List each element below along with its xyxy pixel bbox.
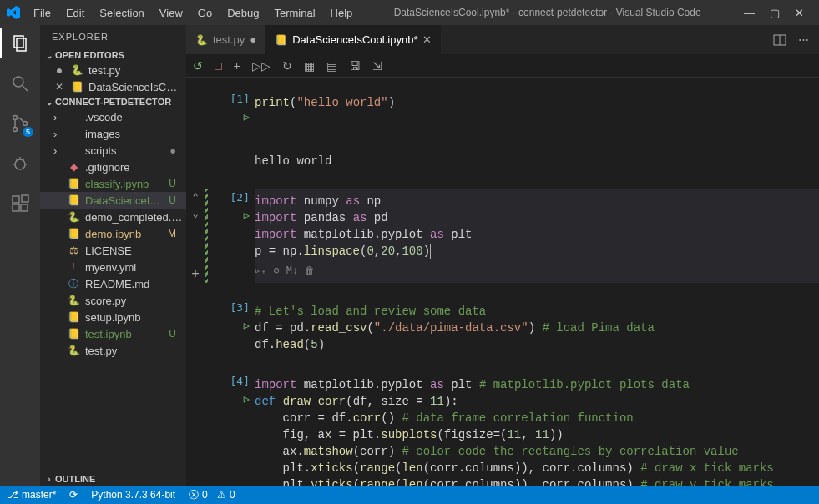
code-line: df.head(5): [255, 336, 819, 353]
nb-file-icon: 📒: [67, 310, 80, 324]
scm-badge: 5: [23, 127, 33, 137]
file-tree-item[interactable]: ›images: [40, 125, 186, 142]
file-tree-item[interactable]: 🐍test.py: [40, 342, 186, 359]
notebook-body[interactable]: [1]▷print("hello world")hello world⌃⌄+[2…: [186, 78, 819, 486]
file-tree-item[interactable]: 🐍score.py: [40, 292, 186, 309]
file-label: DataScienceIsCoo...: [88, 81, 183, 93]
cell-tool-icon[interactable]: ⊘: [273, 263, 279, 280]
branch-status[interactable]: ⎇master*: [0, 489, 63, 501]
cell-body[interactable]: import matplotlib.pyplot as plt # matplo…: [255, 373, 819, 486]
notebook-cell[interactable]: [1]▷print("hello world"): [186, 88, 819, 129]
file-tree-item[interactable]: ⓘREADME.md: [40, 275, 186, 292]
split-editor-icon[interactable]: [773, 33, 786, 47]
file-label: test.py: [88, 64, 183, 77]
debug-icon[interactable]: [8, 152, 32, 175]
file-label: demo_completed.py: [85, 211, 183, 224]
export-icon[interactable]: ⇲: [372, 59, 382, 73]
menu-edit[interactable]: Edit: [59, 3, 91, 23]
run-cell-icon[interactable]: ▷: [244, 109, 250, 126]
open-editors-label: OPEN EDITORS: [55, 50, 124, 60]
open-editor-item[interactable]: ●🐍test.py: [40, 62, 186, 78]
notebook-cell[interactable]: [3]▷# Let's load and review some datadf …: [186, 296, 819, 360]
cell-body[interactable]: import numpy as npimport pandas as pdimp…: [255, 189, 819, 283]
code-line: # Let's load and review some data: [255, 303, 819, 320]
open-editor-item[interactable]: ✕📒DataScienceIsCoo...: [40, 78, 186, 95]
extensions-icon[interactable]: [8, 192, 32, 215]
file-tree-item[interactable]: ›scripts●: [40, 142, 186, 159]
add-cell-icon[interactable]: +: [233, 59, 240, 73]
cell-tool-icon[interactable]: ▹₊: [255, 263, 266, 280]
cell-body[interactable]: # Let's load and review some datadf = pd…: [255, 300, 819, 356]
menu-help[interactable]: Help: [324, 3, 360, 23]
open-editors-header[interactable]: ⌄OPEN EDITORS: [40, 48, 186, 62]
menu-terminal[interactable]: Terminal: [267, 3, 321, 23]
tab-close-icon[interactable]: ✕: [422, 33, 432, 46]
file-tree-item[interactable]: 📒demo.ipynbM: [40, 225, 186, 242]
code-line: import numpy as np: [255, 193, 819, 209]
menu-go[interactable]: Go: [191, 3, 219, 23]
file-tree-item[interactable]: 📒setup.ipynb: [40, 309, 186, 325]
restart-icon[interactable]: ↻: [282, 59, 292, 73]
run-cell-icon[interactable]: ▷: [244, 208, 250, 224]
run-cell-icon[interactable]: ▷: [244, 391, 250, 408]
grid-icon[interactable]: ▤: [326, 59, 337, 73]
editor-tab[interactable]: 🐍test.py: [186, 25, 265, 54]
dirty-dot-icon[interactable]: ●: [53, 63, 65, 77]
python-status[interactable]: Python 3.7.3 64-bit: [84, 489, 182, 501]
file-label: classify.ipynb: [85, 178, 164, 190]
undo-icon[interactable]: ↺: [193, 59, 203, 73]
maximize-icon[interactable]: ▢: [770, 7, 780, 19]
close-icon[interactable]: ✕: [795, 7, 804, 19]
file-tree-item[interactable]: ›.vscode: [40, 108, 186, 125]
file-tree-item[interactable]: ◆.gitignore: [40, 159, 186, 175]
stop-icon[interactable]: □: [215, 59, 221, 73]
file-tree-item[interactable]: 📒test.ipynbU: [40, 325, 186, 342]
file-tree-item[interactable]: 🐍demo_completed.py: [40, 209, 186, 225]
menu-selection[interactable]: Selection: [93, 3, 150, 23]
file-label: README.md: [85, 278, 183, 290]
svg-rect-1: [17, 38, 26, 51]
minimize-icon[interactable]: —: [744, 7, 755, 19]
project-header[interactable]: ⌄CONNECT-PETDETECTOR: [40, 95, 186, 108]
file-label: test.py: [85, 345, 183, 357]
file-tree-item[interactable]: ⚖LICENSE: [40, 242, 186, 259]
notebook-cell[interactable]: [4]▷import matplotlib.pyplot as plt # ma…: [186, 370, 819, 486]
close-icon[interactable]: ✕: [53, 81, 65, 93]
notebook-cell[interactable]: ⌃⌄+[2]▷import numpy as npimport pandas a…: [186, 186, 819, 286]
menu-view[interactable]: View: [153, 3, 190, 23]
menu-file[interactable]: File: [27, 3, 58, 23]
variables-icon[interactable]: ▦: [304, 59, 315, 73]
move-up-icon[interactable]: ⌃: [192, 189, 198, 206]
save-icon[interactable]: 🖫: [349, 59, 361, 73]
file-label: DataScienceIsCo...: [85, 194, 164, 207]
run-all-icon[interactable]: ▷▷: [252, 59, 270, 73]
add-cell-icon[interactable]: +: [191, 266, 200, 283]
problems-status[interactable]: ⓧ0 ⚠0: [182, 488, 242, 502]
file-label: images: [85, 128, 183, 140]
run-cell-icon[interactable]: ▷: [244, 318, 250, 335]
cell-body[interactable]: print("hello world"): [255, 91, 819, 126]
search-icon[interactable]: [8, 72, 32, 95]
more-icon[interactable]: ⋯: [798, 33, 809, 46]
svg-point-6: [23, 122, 28, 126]
file-tree-item[interactable]: 📒DataScienceIsCo...U: [40, 192, 186, 209]
cell-tool-icon[interactable]: 🗑: [305, 263, 315, 280]
svg-point-7: [15, 159, 25, 169]
scm-icon[interactable]: 5: [8, 112, 32, 135]
editor-tab[interactable]: 📒DataScienceIsCool.ipynb*✕: [265, 25, 441, 54]
file-label: myenv.yml: [85, 261, 183, 274]
outline-header[interactable]: ›OUTLINE: [40, 472, 186, 486]
svg-rect-15: [21, 204, 28, 211]
tab-close-icon[interactable]: [250, 33, 256, 46]
code-line: print("hello world"): [255, 94, 819, 111]
cell-prompt: [2]: [230, 189, 250, 206]
window-controls: — ▢ ✕: [736, 7, 812, 19]
file-label: LICENSE: [85, 244, 183, 257]
explorer-icon[interactable]: [8, 32, 32, 55]
cell-tool-icon[interactable]: M↓: [286, 263, 298, 280]
file-tree-item[interactable]: !myenv.yml: [40, 259, 186, 275]
sync-icon[interactable]: ⟳: [63, 489, 84, 501]
file-tree-item[interactable]: 📒classify.ipynbU: [40, 175, 186, 192]
move-down-icon[interactable]: ⌄: [192, 206, 198, 223]
menu-debug[interactable]: Debug: [220, 3, 265, 23]
